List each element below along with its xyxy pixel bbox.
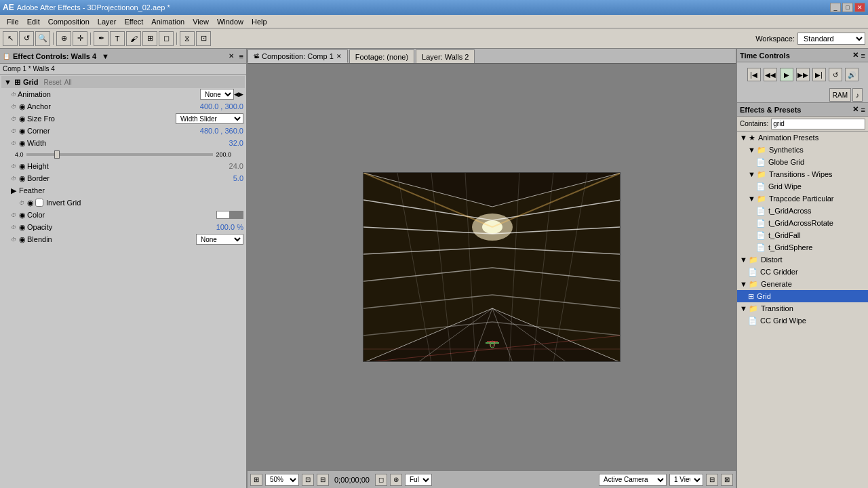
loop-btn[interactable]: ↺ (829, 68, 842, 81)
border-value[interactable]: 5.0 (233, 174, 243, 182)
tab-comp-close[interactable]: ✕ (336, 53, 342, 60)
workspace-select[interactable]: Standard Animation Effects (797, 33, 865, 45)
menu-layer[interactable]: Layer (94, 16, 121, 27)
camera-select[interactable]: Active Camera (599, 474, 667, 486)
tree-item-distort[interactable]: ▼ 📁 Distort (737, 253, 868, 266)
effect-controls-menu[interactable]: ≡ (239, 52, 243, 60)
tool-text[interactable]: T (110, 31, 125, 46)
prev-frame-btn[interactable]: ◀◀ (764, 68, 777, 81)
viewer-fit-btn[interactable]: ⊡ (302, 474, 314, 486)
effects-presets-menu[interactable]: ≡ (861, 106, 865, 114)
menu-file[interactable]: File (3, 16, 23, 27)
tab-composition[interactable]: 📽 Composition: Comp 1 ✕ (248, 49, 348, 63)
generate-toggle[interactable]: ▼ (740, 280, 747, 288)
minimize-button[interactable]: _ (830, 3, 841, 12)
tool-pen[interactable]: ✒ (94, 31, 108, 46)
width-slider-thumb[interactable] (54, 150, 60, 159)
anim-presets-toggle[interactable]: ▼ (740, 134, 747, 142)
tree-item-cc-grid-wipe[interactable]: 📄 CC Grid Wipe (737, 314, 868, 327)
zoom-select[interactable]: 50% 100% (265, 474, 299, 486)
viewer-3d-btn[interactable]: ⊛ (390, 474, 402, 486)
height-value[interactable]: 24.0 (229, 162, 243, 170)
synthetics-toggle[interactable]: ▼ (748, 146, 755, 154)
transitions-toggle[interactable]: ▼ (748, 170, 755, 178)
menu-effect[interactable]: Effect (120, 16, 147, 27)
tree-item-globe-grid[interactable]: 📄 Globe Grid (737, 156, 868, 168)
width-slider-track[interactable] (26, 153, 214, 156)
viewer-grid-btn[interactable]: ⊞ (250, 474, 262, 486)
time-controls-menu[interactable]: ≡ (861, 52, 865, 60)
maximize-button[interactable]: □ (842, 3, 853, 12)
tree-item-t-gridacrossrotate[interactable]: 📄 t_GridAcrossRotate (737, 217, 868, 229)
next-frame-btn[interactable]: ▶▶ (796, 68, 810, 81)
prev-keyframe-btn[interactable]: |◀ (747, 68, 761, 81)
width-value[interactable]: 32.0 (229, 139, 243, 147)
tool-zoom[interactable]: 🔍 (35, 31, 50, 46)
menu-composition[interactable]: Composition (44, 16, 94, 27)
animation-dropdown[interactable]: None (200, 89, 234, 100)
tool-rotate[interactable]: ↺ (19, 31, 34, 46)
height-stopwatch[interactable]: ⏱ (11, 163, 16, 169)
tool-brush[interactable]: 🖌 (126, 31, 141, 46)
effect-controls-close[interactable]: ✕ (229, 52, 234, 60)
animation-btn-right[interactable]: ▶ (239, 91, 243, 98)
audio-btn[interactable]: 🔊 (845, 68, 859, 81)
animation-stopwatch[interactable]: ⏱ (11, 92, 16, 98)
next-keyframe-btn[interactable]: ▶| (812, 68, 826, 81)
tool-stamp[interactable]: ⊞ (142, 31, 157, 46)
invert-stopwatch[interactable]: ⏱ (19, 200, 24, 206)
opacity-value[interactable]: 100.0 % (216, 223, 243, 231)
tool-orbit[interactable]: ⊕ (56, 31, 71, 46)
tree-item-grid[interactable]: ⊞ Grid (737, 290, 868, 302)
viewer-pixel-btn[interactable]: ⊠ (721, 474, 733, 486)
effects-presets-close[interactable]: ✕ (852, 105, 859, 114)
reset-btn[interactable]: Reset (44, 79, 62, 86)
tree-item-generate[interactable]: ▼ 📁 Generate (737, 278, 868, 290)
tool-eraser[interactable]: ◻ (159, 31, 174, 46)
corner-stopwatch[interactable]: ⏱ (11, 128, 16, 134)
close-button[interactable]: ✕ (854, 3, 865, 12)
tree-item-transition[interactable]: ▼ 📁 Transition (737, 302, 868, 314)
size-stopwatch[interactable]: ⏱ (11, 116, 16, 122)
tab-layer[interactable]: Layer: Walls 2 (416, 49, 475, 63)
menu-help[interactable]: Help (248, 16, 271, 27)
viewer-snap-btn[interactable]: ⊟ (317, 474, 329, 486)
ram-preview-btn[interactable]: RAM (829, 88, 851, 102)
time-controls-close[interactable]: ✕ (852, 51, 859, 60)
tree-item-trapcode[interactable]: ▼ 📁 Trapcode Particular (737, 192, 868, 205)
tool-graph[interactable]: ⧖ (180, 31, 195, 46)
tab-footage[interactable]: Footage: (none) (349, 49, 414, 63)
anchor-stopwatch[interactable]: ⏱ (11, 104, 16, 110)
tool-move[interactable]: ✛ (73, 31, 87, 46)
trapcode-toggle[interactable]: ▼ (748, 195, 755, 203)
tree-item-t-gridacross[interactable]: 📄 t_GridAcross (737, 205, 868, 217)
tree-item-grid-wipe[interactable]: 📄 Grid Wipe (737, 180, 868, 192)
tool-extra[interactable]: ⊡ (196, 31, 211, 46)
color-stopwatch[interactable]: ⏱ (11, 212, 16, 218)
menu-window[interactable]: Window (213, 16, 248, 27)
distort-toggle[interactable]: ▼ (740, 256, 747, 264)
grid-toggle[interactable]: ▼ (4, 78, 12, 86)
color-swatch-dark[interactable] (230, 211, 243, 219)
width-stopwatch[interactable]: ⏱ (11, 140, 16, 146)
tree-item-synthetics[interactable]: ▼ 📁 Synthetics (737, 144, 868, 156)
menu-view[interactable]: View (189, 16, 213, 27)
blending-stopwatch[interactable]: ⏱ (11, 237, 16, 243)
corner-value[interactable]: 480.0 , 360.0 (200, 127, 243, 135)
all-btn[interactable]: All (64, 79, 72, 86)
menu-edit[interactable]: Edit (23, 16, 44, 27)
tree-item-transitions[interactable]: ▼ 📁 Transitions - Wipes (737, 168, 868, 180)
tree-item-t-gridfall[interactable]: 📄 t_GridFall (737, 229, 868, 241)
tree-item-cc-gridder[interactable]: 📄 CC Gridder (737, 266, 868, 278)
play-btn[interactable]: ▶ (780, 68, 793, 81)
invert-checkbox[interactable] (35, 199, 43, 207)
viewer-frame-btn[interactable]: ◻ (375, 474, 387, 486)
quality-select[interactable]: Full (405, 474, 432, 486)
search-input[interactable] (771, 119, 865, 129)
tool-selection[interactable]: ↖ (3, 31, 18, 46)
audio-preview-btn[interactable]: ♪ (852, 88, 863, 102)
border-stopwatch[interactable]: ⏱ (11, 176, 16, 182)
opacity-stopwatch[interactable]: ⏱ (11, 224, 16, 230)
menu-animation[interactable]: Animation (147, 16, 189, 27)
transition-toggle[interactable]: ▼ (740, 304, 747, 312)
